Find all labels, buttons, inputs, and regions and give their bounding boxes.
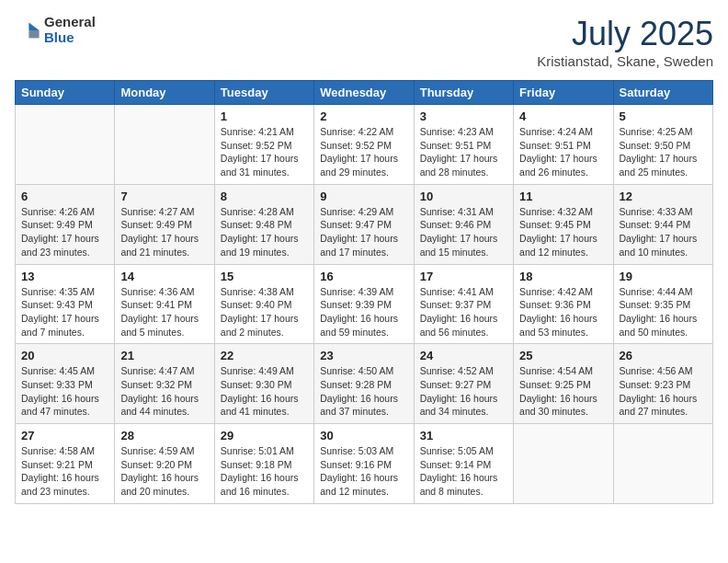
day-detail: Sunrise: 4:25 AM Sunset: 9:50 PM Dayligh… xyxy=(620,125,707,179)
calendar-cell: 6Sunrise: 4:26 AM Sunset: 9:49 PM Daylig… xyxy=(16,184,115,264)
calendar-cell: 14Sunrise: 4:36 AM Sunset: 9:41 PM Dayli… xyxy=(115,264,214,344)
weekday-header: Monday xyxy=(115,81,214,105)
day-detail: Sunrise: 4:27 AM Sunset: 9:49 PM Dayligh… xyxy=(120,205,208,259)
calendar-cell: 1Sunrise: 4:21 AM Sunset: 9:52 PM Daylig… xyxy=(214,105,313,185)
calendar-table: SundayMondayTuesdayWednesdayThursdayFrid… xyxy=(15,80,713,504)
day-detail: Sunrise: 4:54 AM Sunset: 9:25 PM Dayligh… xyxy=(519,364,607,419)
calendar-cell xyxy=(613,424,712,504)
weekday-header: Sunday xyxy=(16,81,115,105)
day-detail: Sunrise: 5:01 AM Sunset: 9:18 PM Dayligh… xyxy=(221,444,308,499)
calendar-cell: 30Sunrise: 5:03 AM Sunset: 9:16 PM Dayli… xyxy=(314,424,414,504)
calendar-cell: 22Sunrise: 4:49 AM Sunset: 9:30 PM Dayli… xyxy=(214,344,313,424)
calendar-cell: 17Sunrise: 4:41 AM Sunset: 9:37 PM Dayli… xyxy=(414,264,513,344)
day-detail: Sunrise: 4:26 AM Sunset: 9:49 PM Dayligh… xyxy=(21,205,108,259)
day-number: 23 xyxy=(320,349,407,362)
day-detail: Sunrise: 4:56 AM Sunset: 9:23 PM Dayligh… xyxy=(620,364,707,419)
day-number: 25 xyxy=(519,349,607,362)
calendar-week-row: 13Sunrise: 4:35 AM Sunset: 9:43 PM Dayli… xyxy=(16,264,713,344)
day-detail: Sunrise: 4:45 AM Sunset: 9:33 PM Dayligh… xyxy=(21,364,108,419)
day-detail: Sunrise: 4:36 AM Sunset: 9:41 PM Dayligh… xyxy=(120,285,208,339)
day-number: 15 xyxy=(221,270,308,283)
calendar-cell: 27Sunrise: 4:58 AM Sunset: 9:21 PM Dayli… xyxy=(16,424,115,504)
calendar-week-row: 6Sunrise: 4:26 AM Sunset: 9:49 PM Daylig… xyxy=(16,184,713,264)
calendar-cell: 8Sunrise: 4:28 AM Sunset: 9:48 PM Daylig… xyxy=(214,184,313,264)
day-detail: Sunrise: 4:39 AM Sunset: 9:39 PM Dayligh… xyxy=(320,285,407,339)
day-detail: Sunrise: 4:24 AM Sunset: 9:51 PM Dayligh… xyxy=(519,125,607,179)
weekday-header: Wednesday xyxy=(314,81,414,105)
day-number: 28 xyxy=(120,429,208,442)
calendar-week-row: 1Sunrise: 4:21 AM Sunset: 9:52 PM Daylig… xyxy=(16,105,713,185)
logo-blue-text: Blue xyxy=(44,30,96,46)
calendar-cell: 24Sunrise: 4:52 AM Sunset: 9:27 PM Dayli… xyxy=(414,344,513,424)
day-detail: Sunrise: 4:31 AM Sunset: 9:46 PM Dayligh… xyxy=(420,205,507,259)
calendar-cell: 28Sunrise: 4:59 AM Sunset: 9:20 PM Dayli… xyxy=(115,424,214,504)
calendar-cell: 11Sunrise: 4:32 AM Sunset: 9:45 PM Dayli… xyxy=(514,184,613,264)
day-detail: Sunrise: 4:50 AM Sunset: 9:28 PM Dayligh… xyxy=(320,364,407,419)
title-block: July 2025 Kristianstad, Skane, Sweden xyxy=(537,15,713,69)
day-number: 13 xyxy=(21,270,108,283)
calendar-cell xyxy=(514,424,613,504)
calendar-cell: 15Sunrise: 4:38 AM Sunset: 9:40 PM Dayli… xyxy=(214,264,313,344)
calendar-cell: 13Sunrise: 4:35 AM Sunset: 9:43 PM Dayli… xyxy=(16,264,115,344)
svg-marker-1 xyxy=(28,30,39,38)
day-number: 7 xyxy=(120,190,208,203)
day-number: 24 xyxy=(420,349,507,362)
day-number: 4 xyxy=(519,109,607,123)
day-number: 3 xyxy=(420,109,507,123)
day-number: 26 xyxy=(620,349,707,362)
calendar-cell: 7Sunrise: 4:27 AM Sunset: 9:49 PM Daylig… xyxy=(115,184,214,264)
day-number: 31 xyxy=(420,429,507,442)
calendar-cell: 9Sunrise: 4:29 AM Sunset: 9:47 PM Daylig… xyxy=(314,184,414,264)
weekday-header: Tuesday xyxy=(214,81,313,105)
day-number: 9 xyxy=(320,190,407,203)
day-number: 27 xyxy=(21,429,108,442)
calendar-cell: 5Sunrise: 4:25 AM Sunset: 9:50 PM Daylig… xyxy=(613,105,712,185)
month-title: July 2025 xyxy=(537,15,713,53)
day-detail: Sunrise: 4:33 AM Sunset: 9:44 PM Dayligh… xyxy=(620,205,707,259)
day-number: 21 xyxy=(120,349,208,362)
calendar-cell: 29Sunrise: 5:01 AM Sunset: 9:18 PM Dayli… xyxy=(214,424,313,504)
calendar-cell: 12Sunrise: 4:33 AM Sunset: 9:44 PM Dayli… xyxy=(613,184,712,264)
day-detail: Sunrise: 4:22 AM Sunset: 9:52 PM Dayligh… xyxy=(320,125,407,179)
day-number: 17 xyxy=(420,270,507,283)
logo-general-text: General xyxy=(44,15,96,30)
day-number: 1 xyxy=(221,109,308,123)
calendar-cell: 10Sunrise: 4:31 AM Sunset: 9:46 PM Dayli… xyxy=(414,184,513,264)
page-header: General Blue July 2025 Kristianstad, Ska… xyxy=(15,15,713,69)
weekday-header: Saturday xyxy=(613,81,712,105)
day-number: 30 xyxy=(320,429,407,442)
calendar-cell: 3Sunrise: 4:23 AM Sunset: 9:51 PM Daylig… xyxy=(414,105,513,185)
day-detail: Sunrise: 4:38 AM Sunset: 9:40 PM Dayligh… xyxy=(221,285,308,339)
day-detail: Sunrise: 4:44 AM Sunset: 9:35 PM Dayligh… xyxy=(620,285,707,339)
day-number: 11 xyxy=(519,190,607,203)
day-number: 20 xyxy=(21,349,108,362)
calendar-week-row: 20Sunrise: 4:45 AM Sunset: 9:33 PM Dayli… xyxy=(16,344,713,424)
calendar-cell: 31Sunrise: 5:05 AM Sunset: 9:14 PM Dayli… xyxy=(414,424,513,504)
day-number: 12 xyxy=(620,190,707,203)
calendar-cell: 20Sunrise: 4:45 AM Sunset: 9:33 PM Dayli… xyxy=(16,344,115,424)
day-number: 10 xyxy=(420,190,507,203)
day-detail: Sunrise: 4:23 AM Sunset: 9:51 PM Dayligh… xyxy=(420,125,507,179)
calendar-cell: 25Sunrise: 4:54 AM Sunset: 9:25 PM Dayli… xyxy=(514,344,613,424)
svg-marker-0 xyxy=(28,22,39,29)
day-detail: Sunrise: 4:29 AM Sunset: 9:47 PM Dayligh… xyxy=(320,205,407,259)
day-number: 6 xyxy=(21,190,108,203)
day-detail: Sunrise: 4:47 AM Sunset: 9:32 PM Dayligh… xyxy=(120,364,208,419)
calendar-cell xyxy=(16,105,115,185)
day-detail: Sunrise: 4:21 AM Sunset: 9:52 PM Dayligh… xyxy=(221,125,308,179)
day-detail: Sunrise: 4:52 AM Sunset: 9:27 PM Dayligh… xyxy=(420,364,507,419)
weekday-header: Friday xyxy=(514,81,613,105)
day-number: 8 xyxy=(221,190,308,203)
day-number: 14 xyxy=(120,270,208,283)
day-number: 18 xyxy=(519,270,607,283)
calendar-week-row: 27Sunrise: 4:58 AM Sunset: 9:21 PM Dayli… xyxy=(16,424,713,504)
weekday-header: Thursday xyxy=(414,81,513,105)
day-detail: Sunrise: 4:35 AM Sunset: 9:43 PM Dayligh… xyxy=(21,285,108,339)
location-text: Kristianstad, Skane, Sweden xyxy=(537,53,713,69)
day-detail: Sunrise: 4:28 AM Sunset: 9:48 PM Dayligh… xyxy=(221,205,308,259)
calendar-cell: 19Sunrise: 4:44 AM Sunset: 9:35 PM Dayli… xyxy=(613,264,712,344)
logo: General Blue xyxy=(15,15,96,45)
calendar-header-row: SundayMondayTuesdayWednesdayThursdayFrid… xyxy=(16,81,713,105)
day-detail: Sunrise: 4:58 AM Sunset: 9:21 PM Dayligh… xyxy=(21,444,108,499)
day-number: 16 xyxy=(320,270,407,283)
